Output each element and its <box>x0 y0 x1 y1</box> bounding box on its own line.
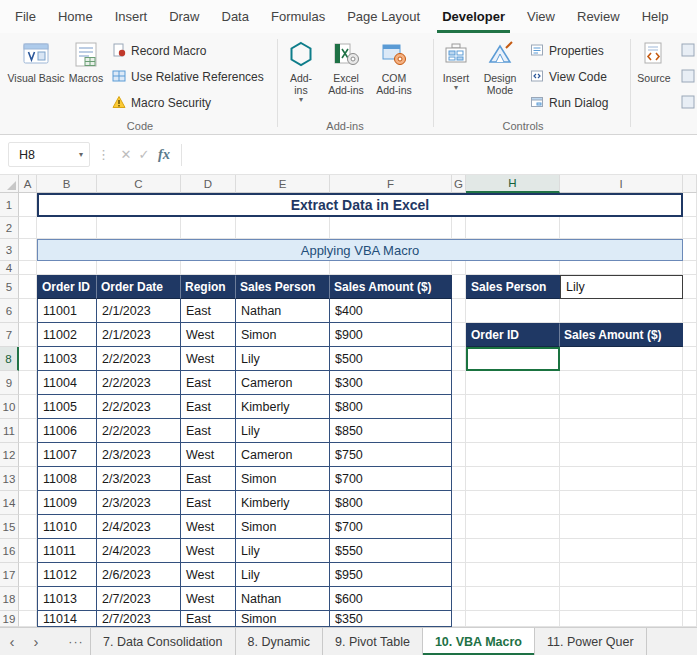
grid-cell[interactable] <box>466 371 560 395</box>
map-properties-button[interactable] <box>681 40 695 62</box>
sheet-nav-next-icon[interactable]: › <box>24 628 48 655</box>
row-header-8[interactable]: 8 <box>0 347 19 371</box>
table-cell[interactable]: West <box>181 539 236 563</box>
grid-cell[interactable] <box>560 347 683 371</box>
table-cell[interactable]: 11012 <box>37 563 97 587</box>
column-header-a[interactable]: A <box>19 175 37 193</box>
table-cell[interactable]: West <box>181 323 236 347</box>
table-cell[interactable]: 2/2/2023 <box>97 419 181 443</box>
row-header-17[interactable]: 17 <box>0 563 19 587</box>
table-cell[interactable]: East <box>181 371 236 395</box>
sheet-tab-8-dynamic[interactable]: 8. Dynamic <box>236 628 324 655</box>
table-cell[interactable]: 11010 <box>37 515 97 539</box>
grid-cell[interactable] <box>97 261 181 275</box>
view-code-button[interactable]: View Code <box>530 66 607 88</box>
grid-cell[interactable] <box>19 539 37 563</box>
table-cell[interactable]: 11002 <box>37 323 97 347</box>
table-cell[interactable]: 11006 <box>37 419 97 443</box>
grid-cell[interactable] <box>466 299 560 323</box>
grid-cell[interactable] <box>560 539 683 563</box>
grid-cell[interactable] <box>560 491 683 515</box>
table-cell[interactable]: West <box>181 515 236 539</box>
design-mode-button[interactable]: Design Mode <box>476 36 524 116</box>
grid-cell[interactable] <box>181 261 236 275</box>
table-header-region[interactable]: Region <box>181 275 236 299</box>
table-cell[interactable]: Cameron <box>236 371 330 395</box>
grid-cell[interactable] <box>236 217 330 239</box>
insert-controls-button[interactable]: Insert ▾ <box>438 36 474 116</box>
grid-cell[interactable] <box>97 217 181 239</box>
grid-cell[interactable] <box>452 217 466 239</box>
grid-cell[interactable] <box>19 443 37 467</box>
table-cell[interactable]: 2/3/2023 <box>97 491 181 515</box>
table-cell[interactable]: 11011 <box>37 539 97 563</box>
row-header-13[interactable]: 13 <box>0 467 19 491</box>
grid-cell[interactable] <box>683 467 697 491</box>
lookup-value-cell[interactable]: Lily <box>560 275 683 299</box>
grid-cell[interactable] <box>19 419 37 443</box>
table-cell[interactable]: $750 <box>330 443 452 467</box>
grid-cell[interactable] <box>560 587 683 611</box>
name-box-dropdown-icon[interactable]: ▾ <box>79 150 83 159</box>
table-cell-partial[interactable]: Simon <box>236 611 330 627</box>
grid-cell[interactable] <box>452 299 466 323</box>
grid-cell[interactable] <box>683 193 697 217</box>
table-cell[interactable]: $850 <box>330 419 452 443</box>
column-header-c[interactable]: C <box>97 175 181 193</box>
grid-cell[interactable] <box>37 217 97 239</box>
visual-basic-button[interactable]: Visual Basic <box>8 36 64 116</box>
table-cell[interactable]: Cameron <box>236 443 330 467</box>
worksheet-title-cell[interactable]: Extract Data in Excel <box>37 193 683 217</box>
row-header-3[interactable]: 3 <box>0 239 19 261</box>
run-dialog-button[interactable]: Run Dialog <box>530 92 608 114</box>
table-cell[interactable]: 2/2/2023 <box>97 395 181 419</box>
table-cell[interactable]: 2/6/2023 <box>97 563 181 587</box>
ribbon-tab-view[interactable]: View <box>516 0 566 33</box>
table-cell[interactable]: $500 <box>330 347 452 371</box>
grid-cell[interactable] <box>452 491 466 515</box>
source-button[interactable]: Source <box>634 36 674 116</box>
table-cell[interactable]: East <box>181 491 236 515</box>
grid-cell[interactable] <box>683 587 697 611</box>
table-cell[interactable]: East <box>181 299 236 323</box>
table-cell[interactable]: 2/3/2023 <box>97 467 181 491</box>
ribbon-tab-page-layout[interactable]: Page Layout <box>336 0 431 33</box>
sheet-tab-10-vba-macro[interactable]: 10. VBA Macro <box>423 628 535 655</box>
grid-cell[interactable] <box>452 261 466 275</box>
ribbon-tab-developer[interactable]: Developer <box>431 0 516 33</box>
grid-cell[interactable] <box>19 261 37 275</box>
table-cell[interactable]: Simon <box>236 515 330 539</box>
add-ins-button[interactable]: Add- ins ▾ <box>281 36 321 116</box>
grid-cell[interactable] <box>683 419 697 443</box>
enter-icon[interactable]: ✓ <box>135 147 153 162</box>
com-add-ins-button[interactable]: COM Add-ins <box>371 36 417 116</box>
grid-cell[interactable] <box>466 515 560 539</box>
ribbon-tab-review[interactable]: Review <box>566 0 631 33</box>
table-cell[interactable]: West <box>181 563 236 587</box>
row-header-12[interactable]: 12 <box>0 443 19 467</box>
grid-cell[interactable] <box>683 239 697 261</box>
grid-cell[interactable] <box>560 467 683 491</box>
table-cell[interactable]: $400 <box>330 299 452 323</box>
ribbon-tab-data[interactable]: Data <box>211 0 260 33</box>
table-header-order-id[interactable]: Order ID <box>37 275 97 299</box>
table-cell-partial[interactable]: $350 <box>330 611 452 627</box>
grid-cell[interactable] <box>466 261 560 275</box>
table-cell[interactable]: Simon <box>236 323 330 347</box>
grid-cell[interactable] <box>466 419 560 443</box>
table-cell[interactable]: 2/2/2023 <box>97 347 181 371</box>
table-cell[interactable]: 2/2/2023 <box>97 371 181 395</box>
table-cell[interactable]: $550 <box>330 539 452 563</box>
table-cell[interactable]: 11005 <box>37 395 97 419</box>
grid-cell[interactable] <box>466 217 560 239</box>
grid-cell[interactable] <box>683 395 697 419</box>
formula-input[interactable] <box>188 135 697 174</box>
table-cell[interactable]: 11013 <box>37 587 97 611</box>
table-cell[interactable]: Kimberly <box>236 395 330 419</box>
grid-cell[interactable] <box>236 261 330 275</box>
grid-cell[interactable] <box>466 539 560 563</box>
grid-cell[interactable] <box>683 261 697 275</box>
grid-cell[interactable] <box>452 275 466 299</box>
grid-cell[interactable] <box>683 563 697 587</box>
ribbon-tab-help[interactable]: Help <box>631 0 680 33</box>
